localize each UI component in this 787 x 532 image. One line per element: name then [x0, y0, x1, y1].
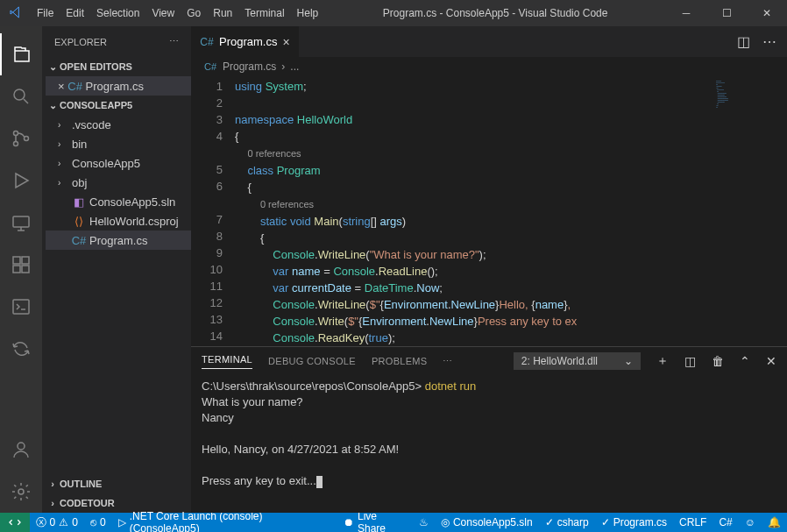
outline-section[interactable]: ›OUTLINE	[42, 474, 191, 493]
tab-program[interactable]: C# Program.cs ×	[191, 26, 300, 57]
status-flame[interactable]: ♨	[413, 513, 435, 532]
source-control-icon[interactable]	[0, 117, 42, 160]
search-icon[interactable]	[0, 75, 42, 117]
status-notifications[interactable]: 🔔	[762, 513, 787, 532]
settings-gear-icon[interactable]	[0, 471, 42, 513]
breadcrumb[interactable]: C# Program.cs › ...	[191, 57, 787, 76]
maximize-panel-icon[interactable]: ⌃	[740, 354, 750, 368]
remote-explorer-icon[interactable]	[0, 202, 42, 244]
status-ports[interactable]: ⎋0	[84, 513, 112, 532]
status-problems[interactable]: ⓧ0⚠0	[30, 513, 84, 532]
close-button[interactable]: ✕	[747, 0, 787, 26]
run-debug-icon[interactable]	[0, 160, 42, 202]
status-eol[interactable]: CRLF	[673, 513, 713, 532]
open-editors-section[interactable]: ⌄OPEN EDITORS	[42, 57, 191, 76]
chevron-right-icon: ›	[58, 178, 68, 188]
status-csharp[interactable]: ✓csharp	[539, 513, 595, 532]
menu-terminal[interactable]: Terminal	[238, 7, 290, 19]
explorer-sidebar: EXPLORER ⋯ ⌄OPEN EDITORS × C# Program.cs…	[42, 26, 191, 513]
panel-tab-terminal[interactable]: TERMINAL	[202, 354, 252, 369]
feedback-icon: ☺	[745, 516, 755, 528]
activity-bar	[0, 26, 42, 513]
chevron-down-icon: ⌄	[46, 61, 60, 73]
csharp-file-icon: C#	[72, 234, 86, 247]
terminal-prompt: C:\Users\thrak\source\repos\ConsoleApp5>	[202, 379, 425, 393]
status-sln[interactable]: ◎ConsoleApp5.sln	[435, 513, 539, 532]
vscode-logo-icon	[0, 5, 31, 22]
outline-label: OUTLINE	[60, 479, 102, 489]
sync-icon[interactable]	[0, 328, 42, 370]
svg-point-0	[14, 89, 25, 100]
codelens[interactable]: 0 references	[247, 148, 301, 159]
panel-more-icon[interactable]: ⋯	[443, 356, 452, 367]
csproj-file-icon: ⟨⟩	[72, 215, 86, 228]
svg-point-1	[14, 131, 18, 136]
minimize-button[interactable]: ─	[666, 0, 706, 26]
extensions-icon[interactable]	[0, 244, 42, 286]
file-csproj[interactable]: ⟨⟩HelloWorld.csproj	[46, 211, 191, 231]
terminal-selector[interactable]: 2: HelloWorld.dll⌄	[514, 352, 641, 370]
folder-vscode[interactable]: ›.vscode	[46, 115, 191, 134]
open-editors-label: OPEN EDITORS	[60, 61, 132, 72]
panel-tab-problems[interactable]: PROBLEMS	[372, 356, 428, 366]
file-sln[interactable]: ◧ConsoleApp5.sln	[46, 192, 191, 211]
status-feedback[interactable]: ☺	[739, 513, 762, 532]
chevron-right-icon: ›	[58, 139, 68, 149]
codetour-label: CODETOUR	[60, 498, 115, 508]
open-editor-item[interactable]: × C# Program.cs	[46, 76, 191, 96]
svg-point-10	[18, 443, 25, 450]
csharp-file-icon: C#	[68, 80, 82, 93]
folder-obj[interactable]: ›obj	[46, 173, 191, 192]
kill-terminal-icon[interactable]: 🗑	[712, 354, 724, 368]
explorer-more-icon[interactable]: ⋯	[169, 36, 179, 47]
file-label: Program.cs	[89, 234, 147, 247]
codelens[interactable]: 0 references	[260, 199, 314, 209]
menu-go[interactable]: Go	[181, 7, 207, 19]
csharp-file-icon: C#	[200, 36, 214, 48]
panel-tab-debug[interactable]: DEBUG CONSOLE	[268, 356, 356, 366]
menu-run[interactable]: Run	[207, 7, 238, 19]
split-editor-icon[interactable]: ◫	[737, 33, 750, 50]
terminal-activity-icon[interactable]	[0, 286, 42, 328]
code-editor[interactable]: 123456789101112131415 using System; name…	[191, 76, 787, 346]
code-content[interactable]: using System; namespace HelloWorld { 0 r…	[235, 76, 787, 346]
liveshare-label: Live Share	[358, 510, 407, 532]
menu-edit[interactable]: Edit	[60, 7, 90, 19]
close-tab-icon[interactable]: ×	[282, 35, 289, 49]
status-bar: ⓧ0⚠0 ⎋0 ▷.NET Core Launch (console) (Con…	[0, 513, 787, 532]
workspace-section[interactable]: ⌄CONSOLEAPP5	[42, 96, 191, 115]
status-launch[interactable]: ▷.NET Core Launch (console) (ConsoleApp5…	[112, 513, 337, 532]
chevron-right-icon: ›	[58, 159, 68, 168]
breadcrumb-more: ...	[290, 60, 299, 73]
remote-indicator[interactable]	[0, 513, 30, 532]
menu-help[interactable]: Help	[291, 7, 325, 19]
explorer-icon[interactable]	[0, 33, 42, 75]
terminal-line: What is your name?	[202, 395, 303, 408]
folder-label: ConsoleApp5	[72, 157, 140, 170]
maximize-button[interactable]: ☐	[706, 0, 747, 26]
folder-bin[interactable]: ›bin	[46, 134, 191, 153]
launch-label: .NET Core Launch (console) (ConsoleApp5)	[130, 510, 331, 532]
sln-label: ConsoleApp5.sln	[453, 516, 533, 528]
folder-consoleapp5[interactable]: ›ConsoleApp5	[46, 153, 191, 173]
menu-selection[interactable]: Selection	[90, 7, 145, 19]
account-icon[interactable]	[0, 429, 42, 471]
chevron-right-icon: ›	[46, 498, 60, 508]
menu-file[interactable]: File	[31, 7, 60, 19]
more-actions-icon[interactable]: ⋯	[762, 33, 776, 50]
split-terminal-icon[interactable]: ◫	[684, 354, 696, 368]
minimap[interactable]: ▬▬▬▬▬▬▬▬▬ ▬▬▬ ▬ ▬▬▬▬ ▬ ▬▬▬▬▬ ▬▬▬▬ ▬▬▬▬▬ …	[713, 76, 787, 346]
terminal-line: Hello, Nancy, on 4/27/2021 at 8:52 AM!	[202, 443, 399, 456]
status-liveshare[interactable]: ⏺Live Share	[337, 513, 413, 532]
svg-point-11	[18, 489, 24, 494]
breadcrumb-sep: ›	[281, 60, 285, 73]
new-terminal-icon[interactable]: ＋	[656, 353, 669, 369]
menu-view[interactable]: View	[145, 7, 181, 19]
close-icon[interactable]: ×	[58, 80, 65, 93]
status-file[interactable]: ✓Program.cs	[595, 513, 673, 532]
terminal-output[interactable]: C:\Users\thrak\source\repos\ConsoleApp5>…	[191, 375, 787, 513]
status-language[interactable]: C#	[713, 513, 738, 532]
close-panel-icon[interactable]: ✕	[766, 354, 776, 368]
port-count: 0	[100, 516, 106, 528]
file-program[interactable]: C#Program.cs	[46, 231, 191, 250]
